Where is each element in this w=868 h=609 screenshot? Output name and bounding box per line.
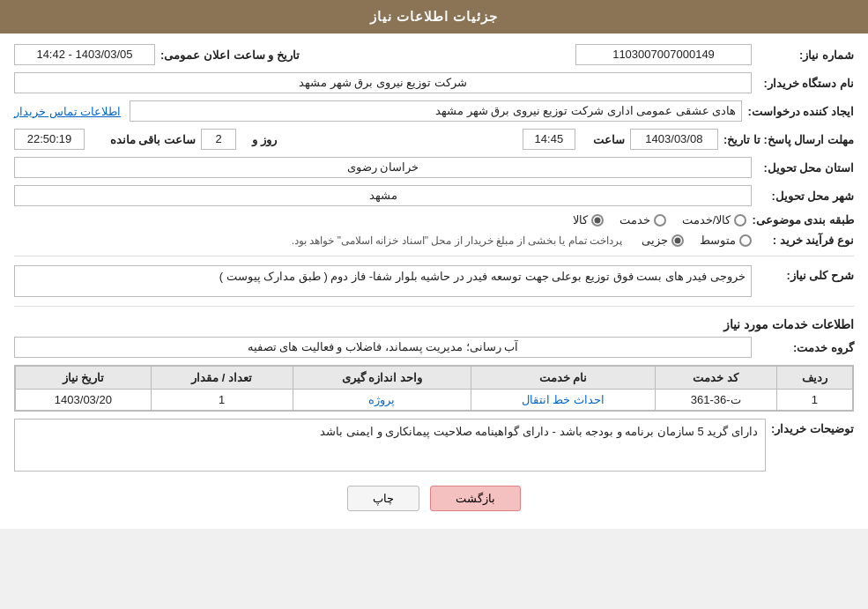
table-header-row: ردیف کد خدمت نام خدمت واحد اندازه گیری ت…	[16, 367, 853, 390]
buyer-org-label: نام دستگاه خریدار:	[757, 77, 854, 90]
category-label-kala-khedmat: کالا/خدمت	[682, 213, 731, 227]
category-radio-group: کالا/خدمت خدمت کالا	[573, 213, 747, 227]
reply-days-value: 2	[201, 129, 236, 150]
print-button[interactable]: چاپ	[347, 486, 419, 511]
page-wrapper: جزئیات اطلاعات نیاز شماره نیاز: 11030070…	[0, 0, 868, 529]
province-label: استان محل تحویل:	[757, 161, 854, 175]
divider-1	[14, 256, 854, 256]
category-option-khedmat[interactable]: خدمت	[619, 213, 666, 227]
category-label-kala: کالا	[573, 213, 588, 227]
reply-time-label: ساعت	[581, 133, 625, 146]
category-row: طبقه بندی موضوعی: کالا/خدمت خدمت کالا	[14, 213, 854, 227]
buyer-desc-label: توضیحات خریدار:	[771, 419, 854, 435]
reply-remaining-label: ساعت باقی مانده	[90, 133, 196, 146]
requester-value: هادی عشقی عمومی اداری شرکت توزیع نیروی ب…	[130, 100, 742, 122]
service-group-label: گروه خدمت:	[757, 341, 854, 354]
purchase-label-jozi: جزیی	[642, 234, 668, 247]
category-label: طبقه بندی موضوعی:	[752, 213, 854, 227]
cell-unit: پروژه	[293, 390, 471, 411]
service-group-value: آب رسانی؛ مدیریت پسماند، فاضلاب و فعالیت…	[14, 337, 752, 358]
cell-service-name: احداث خط انتقال	[471, 390, 655, 411]
services-table-container: ردیف کد خدمت نام خدمت واحد اندازه گیری ت…	[14, 365, 854, 412]
col-header-date: تاریخ نیاز	[16, 367, 152, 390]
purchase-label-motavaset: متوسط	[700, 234, 736, 247]
service-group-row: گروه خدمت: آب رسانی؛ مدیریت پسماند، فاضل…	[14, 337, 854, 358]
reply-deadline-row: مهلت ارسال پاسخ: تا تاریخ: 1403/03/08 سا…	[14, 129, 854, 150]
col-header-quantity: تعداد / مقدار	[151, 367, 293, 390]
page-title: جزئیات اطلاعات نیاز	[370, 9, 498, 24]
city-value: مشهد	[14, 185, 752, 206]
city-row: شهر محل تحویل: مشهد	[14, 185, 854, 206]
category-option-kala-khedmat[interactable]: کالا/خدمت	[682, 213, 747, 227]
general-desc-label: شرح کلی نیاز:	[757, 265, 854, 282]
requester-row: ایجاد کننده درخواست: هادی عشقی عمومی ادا…	[14, 100, 854, 122]
reply-time-value: 14:45	[523, 129, 575, 150]
col-header-service-code: کد خدمت	[655, 367, 776, 390]
requester-contact-link[interactable]: اطلاعات تماس خریدار	[14, 105, 121, 118]
category-label-khedmat: خدمت	[619, 213, 650, 227]
buyer-desc-value: دارای گرید 5 سازمان برنامه و بودجه باشد …	[14, 419, 766, 472]
category-radio-kala-khedmat-icon	[734, 214, 746, 227]
services-section-title: اطلاعات خدمات مورد نیاز	[14, 317, 854, 331]
reply-days-label: روز و	[241, 133, 277, 146]
general-desc-value: خروجی فیدر های بست فوق توزیع بوعلی جهت ت…	[14, 265, 752, 297]
buyer-org-value: شرکت توزیع نیروی برق شهر مشهد	[14, 72, 752, 93]
need-number-label: شماره نیاز:	[757, 48, 854, 62]
announce-date-label: تاریخ و ساعت اعلان عمومی:	[160, 48, 300, 62]
purchase-type-row: نوع فرآیند خرید : متوسط جزیی پرداخت تمام…	[14, 234, 854, 247]
category-option-kala[interactable]: کالا	[573, 213, 604, 227]
cell-service-code: ت-36-361	[655, 390, 776, 411]
cell-quantity: 1	[151, 390, 293, 411]
col-header-unit: واحد اندازه گیری	[293, 367, 471, 390]
city-label: شهر محل تحویل:	[757, 189, 854, 203]
cell-row-num: 1	[776, 390, 852, 411]
general-desc-row: شرح کلی نیاز: خروجی فیدر های بست فوق توز…	[14, 265, 854, 297]
buyer-org-row: نام دستگاه خریدار: شرکت توزیع نیروی برق …	[14, 72, 854, 93]
purchase-radio-motavaset-icon	[739, 234, 752, 247]
announce-date-value: 1403/03/05 - 14:42	[14, 44, 155, 65]
need-number-row: شماره نیاز: 1103007007000149 تاریخ و ساع…	[14, 44, 854, 65]
category-radio-khedmat-icon	[654, 214, 666, 227]
province-row: استان محل تحویل: خراسان رضوی	[14, 157, 854, 178]
buyer-desc-row: توضیحات خریدار: دارای گرید 5 سازمان برنا…	[14, 419, 854, 472]
purchase-type-label: نوع فرآیند خرید :	[757, 234, 854, 247]
province-value: خراسان رضوی	[14, 157, 752, 178]
action-buttons-row: بازگشت چاپ	[14, 486, 854, 511]
reply-remaining-value: 22:50:19	[14, 129, 85, 150]
main-content: شماره نیاز: 1103007007000149 تاریخ و ساع…	[0, 33, 868, 529]
col-header-service-name: نام خدمت	[471, 367, 655, 390]
purchase-radio-jozi-icon	[671, 234, 684, 247]
col-header-row-num: ردیف	[776, 367, 852, 390]
table-row: 1 ت-36-361 احداث خط انتقال پروژه 1 1403/…	[16, 390, 853, 411]
requester-label: ایجاد کننده درخواست:	[747, 105, 854, 118]
page-header: جزئیات اطلاعات نیاز	[0, 0, 868, 33]
purchase-option-jozi[interactable]: جزیی	[642, 234, 684, 247]
cell-date: 1403/03/20	[16, 390, 152, 411]
purchase-type-radio-group: متوسط جزیی	[642, 234, 752, 247]
purchase-option-motavaset[interactable]: متوسط	[700, 234, 752, 247]
back-button[interactable]: بازگشت	[430, 486, 521, 511]
purchase-note: پرداخت تمام یا بخشی از مبلغ خریدار از مح…	[292, 234, 622, 247]
divider-2	[14, 306, 854, 307]
reply-date-value: 1403/03/08	[630, 129, 718, 150]
category-radio-kala-icon	[591, 214, 604, 227]
need-number-value: 1103007007000149	[575, 44, 752, 65]
services-table: ردیف کد خدمت نام خدمت واحد اندازه گیری ت…	[15, 366, 853, 411]
reply-date-label: مهلت ارسال پاسخ: تا تاریخ:	[723, 133, 854, 146]
